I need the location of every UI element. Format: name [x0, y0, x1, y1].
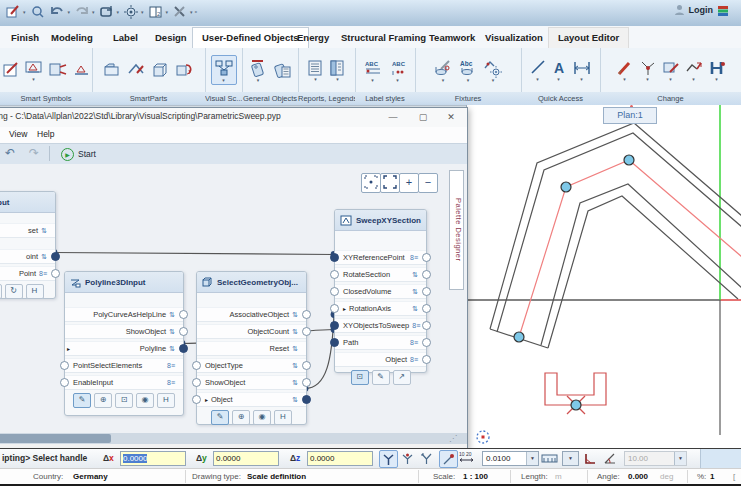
edit-points-icon[interactable]: ▾	[639, 59, 657, 81]
output-port[interactable]	[422, 338, 431, 347]
node-row[interactable]: XYObjectsToSweep8≡	[335, 318, 426, 333]
angle-value[interactable]: 0.000	[628, 472, 648, 481]
fixture-pen-icon[interactable]: ▾	[433, 59, 453, 82]
delta-x-input[interactable]: 0.0000	[120, 451, 186, 466]
tools-caret-icon[interactable]: ▾	[190, 9, 193, 15]
input-port[interactable]	[192, 395, 201, 404]
visual-scripting-button[interactable]: ▾	[211, 55, 237, 85]
tab-energy[interactable]: Energy	[288, 28, 338, 48]
node-polyline3dinput[interactable]: Polyline3DInput PolyCurveAsHelpLine⇅ Sho…	[64, 271, 184, 416]
node-row[interactable]: ▸Object⇅	[197, 392, 306, 407]
menu-help[interactable]: Help	[37, 129, 54, 139]
folder-icon[interactable]	[103, 61, 122, 79]
new-document-icon[interactable]	[4, 3, 21, 20]
snap-midpoint-icon[interactable]	[399, 450, 416, 466]
angle-icon[interactable]	[601, 450, 618, 466]
node-row[interactable]: ShowObject⇅	[197, 375, 306, 390]
new-caret-icon[interactable]: ▾	[23, 9, 26, 15]
node-title[interactable]: Polyline3DInput	[65, 272, 183, 293]
input-port[interactable]	[60, 361, 69, 370]
login-button[interactable]: Login	[674, 4, 730, 16]
qat-overflow-icon[interactable]: ⹀	[195, 7, 198, 17]
output-port[interactable]	[422, 321, 431, 330]
undo-caret-icon[interactable]: ▾	[68, 9, 71, 15]
node-title[interactable]: t3DInput	[0, 192, 55, 213]
node-button-redo[interactable]: ↻	[5, 284, 23, 299]
node-row[interactable]: ClosedVolume⇅	[335, 284, 426, 299]
tab-visualization[interactable]: Visualization	[476, 28, 552, 48]
node-sweepxysection[interactable]: SweepXYSection XYReferencePoint8≡ Rotate…	[334, 209, 427, 373]
modify-offset-icon[interactable]: ▾	[662, 59, 680, 81]
tab-design[interactable]: Design	[146, 28, 196, 48]
smart-symbol-scale-icon[interactable]: ▾	[25, 59, 43, 81]
vs-horizontal-scrollbar[interactable]: ⋰	[0, 433, 467, 444]
output-port[interactable]	[179, 344, 188, 353]
node-selectgeometryobject[interactable]: SelectGeometryObj... AssociativeObject⇅ …	[196, 271, 307, 425]
node-editor-canvas[interactable]: t3DInput set⇅ oint⇅ Point8≡ ↺↻H Polyline…	[0, 164, 467, 433]
node-row[interactable]: ObjectCount⇅	[197, 324, 306, 339]
undo-icon[interactable]	[49, 3, 66, 20]
output-port[interactable]	[302, 310, 311, 319]
chevron-down-icon[interactable]: ▼	[563, 452, 578, 465]
input-port[interactable]	[330, 304, 339, 313]
window-caret-icon[interactable]: ▾	[166, 9, 169, 15]
node-title[interactable]: SweepXYSection	[335, 210, 426, 231]
dimension-steps-icon[interactable]: 10 20	[458, 450, 475, 466]
snap-intersection-icon[interactable]	[379, 450, 398, 468]
scale-value[interactable]: 1 : 100	[463, 472, 488, 481]
edit-pencil-icon[interactable]: ▾	[616, 59, 634, 81]
delta-y-input[interactable]: 0.0000	[213, 451, 279, 466]
input-port[interactable]	[330, 321, 339, 330]
output-port[interactable]	[51, 252, 60, 261]
smart-symbol-icon[interactable]	[2, 61, 20, 79]
tab-label[interactable]: Label	[104, 28, 147, 48]
input-port[interactable]	[60, 378, 69, 387]
repeat-icon[interactable]	[98, 3, 115, 20]
redo-caret-icon[interactable]: ▾	[92, 9, 95, 15]
fixture-gear-icon[interactable]: ▾	[483, 59, 503, 82]
output-port[interactable]	[302, 395, 311, 404]
output-port[interactable]	[422, 253, 431, 262]
vs-redo-icon[interactable]: ↷	[29, 146, 39, 160]
input-port[interactable]	[192, 361, 201, 370]
output-port[interactable]	[422, 304, 431, 313]
node-row[interactable]: ObjectType⇅	[197, 358, 306, 373]
visual-scripting-window[interactable]: ting - C:\Data\Allplan\2022\Std\Library\…	[0, 107, 468, 450]
node-row[interactable]: set⇅	[0, 223, 55, 238]
country-value[interactable]: Germany	[73, 472, 108, 481]
close-icon[interactable]: ✕	[437, 108, 465, 126]
start-button[interactable]: ▶ Start	[55, 146, 102, 162]
input-port[interactable]	[330, 287, 339, 296]
input-port[interactable]	[192, 378, 201, 387]
visibility-caret-icon[interactable]: ▾	[141, 9, 144, 15]
label-style-icon[interactable]: ABC▾	[363, 59, 383, 82]
node-row[interactable]: ▸Polyline⇅	[65, 341, 183, 356]
tab-teamwork[interactable]: Teamwork	[420, 28, 484, 48]
cube-convert-icon[interactable]	[175, 61, 194, 79]
delta-z-input[interactable]: 0.0000	[307, 451, 373, 466]
repeat-caret-icon[interactable]: ▾	[117, 9, 120, 15]
minimize-icon[interactable]: —	[379, 108, 407, 126]
node-row[interactable]: Object8≡	[335, 352, 426, 367]
node-button-sphere[interactable]: ⊕	[94, 393, 112, 408]
percent-value[interactable]: 1	[710, 472, 714, 481]
resize-grip[interactable]: ⋰	[449, 434, 457, 443]
node-button-eye[interactable]: ◉	[253, 410, 271, 425]
tab-modeling[interactable]: Modeling	[42, 28, 102, 48]
track-line-icon[interactable]	[541, 450, 558, 466]
node-row[interactable]: XYReferencePoint8≡	[335, 250, 426, 265]
output-port[interactable]	[302, 378, 311, 387]
window-layout-icon[interactable]: 2	[147, 3, 164, 20]
tag-list-icon[interactable]	[273, 61, 292, 80]
legend-icon[interactable]: ▾	[329, 59, 346, 81]
node-button-eye[interactable]: ◉	[136, 393, 154, 408]
cube-smartpart-icon[interactable]	[151, 61, 170, 79]
node-row[interactable]: Path8≡	[335, 335, 426, 350]
chevron-down-icon[interactable]: ▼	[526, 452, 538, 465]
line-tool-icon[interactable]: ▾	[530, 59, 546, 81]
maximize-icon[interactable]: ▢	[409, 108, 437, 126]
output-port[interactable]	[179, 310, 188, 319]
clipboard-icon[interactable]: [	[733, 472, 735, 481]
node-row[interactable]: PointSelectElements8≡	[65, 358, 183, 373]
vs-window-titlebar[interactable]: ting - C:\Data\Allplan\2022\Std\Library\…	[0, 108, 467, 128]
